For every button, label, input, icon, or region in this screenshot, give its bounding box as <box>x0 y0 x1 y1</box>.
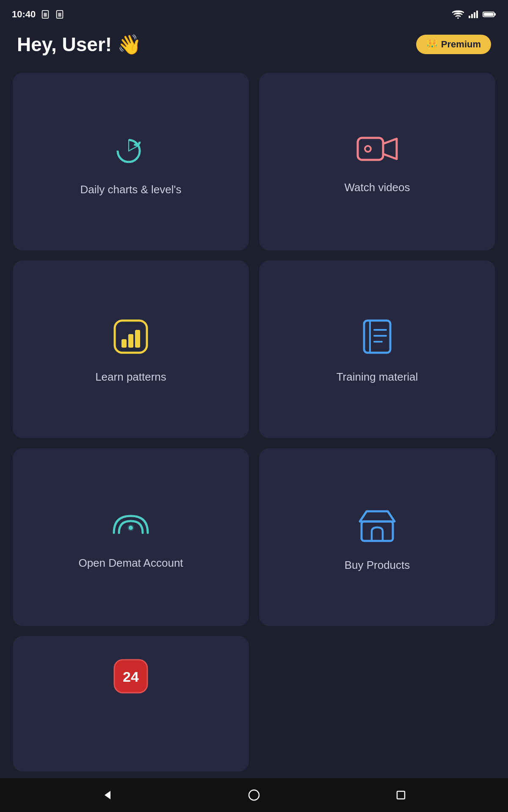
wifi-icon <box>452 10 464 19</box>
news-24-icon: 24 <box>112 657 150 695</box>
bar-chart-box-icon <box>112 318 149 355</box>
svg-rect-27 <box>362 521 393 541</box>
card-news24[interactable]: 24 <box>13 636 249 771</box>
svg-rect-17 <box>121 339 127 348</box>
header: Hey, User! 👋 👑 Premium <box>0 25 508 66</box>
svg-rect-8 <box>476 11 478 18</box>
svg-rect-6 <box>471 14 473 18</box>
svg-marker-30 <box>105 791 110 799</box>
store-icon <box>358 505 396 543</box>
card-buy-products[interactable]: Buy Products <box>259 448 495 626</box>
bottom-navigation <box>0 778 508 812</box>
svg-text:24: 24 <box>123 669 139 685</box>
svg-rect-1 <box>44 13 47 16</box>
sim-icon <box>41 10 50 19</box>
card-watch-videos[interactable]: Watch videos <box>259 73 495 250</box>
card-learn-patterns[interactable]: Learn patterns <box>13 261 249 438</box>
video-camera-icon <box>356 132 398 166</box>
svg-rect-3 <box>58 13 61 16</box>
card-daily-charts-label: Daily charts & level's <box>80 183 181 196</box>
home-button[interactable] <box>241 782 267 808</box>
greeting-text: Hey, User! 👋 <box>17 33 141 56</box>
premium-badge[interactable]: 👑 Premium <box>416 35 491 54</box>
svg-rect-10 <box>494 13 496 16</box>
card-learn-patterns-label: Learn patterns <box>95 370 166 384</box>
svg-rect-5 <box>469 16 470 18</box>
premium-label: Premium <box>441 39 481 50</box>
signal-broadcast-icon <box>110 508 152 541</box>
status-icons <box>452 10 496 19</box>
signal-icon <box>468 10 478 19</box>
card-training-material[interactable]: Training material <box>259 261 495 438</box>
svg-rect-18 <box>128 334 133 348</box>
card-open-demat-label: Open Demat Account <box>78 557 183 570</box>
crown-icon: 👑 <box>426 39 438 50</box>
card-training-material-label: Training material <box>337 370 418 384</box>
svg-rect-11 <box>484 13 494 16</box>
card-daily-charts[interactable]: Daily charts & level's <box>13 73 249 250</box>
recent-button[interactable] <box>388 782 414 808</box>
svg-point-4 <box>457 17 459 19</box>
sim2-icon <box>55 10 64 19</box>
card-open-demat[interactable]: Open Demat Account <box>13 448 249 626</box>
book-icon <box>360 318 395 355</box>
status-bar: 10:40 <box>0 0 508 25</box>
time-display: 10:40 <box>12 9 36 20</box>
cards-grid: Daily charts & level's Watch videos Lear… <box>0 66 508 778</box>
svg-rect-7 <box>474 12 475 18</box>
card-buy-products-label: Buy Products <box>345 559 410 572</box>
card-watch-videos-label: Watch videos <box>344 181 410 194</box>
battery-icon <box>483 11 496 18</box>
chart-pie-icon <box>112 130 150 168</box>
back-button[interactable] <box>94 782 120 808</box>
svg-point-15 <box>365 146 371 152</box>
svg-point-31 <box>249 790 259 800</box>
svg-point-26 <box>129 526 133 530</box>
svg-rect-32 <box>397 791 405 799</box>
svg-rect-19 <box>135 330 140 348</box>
